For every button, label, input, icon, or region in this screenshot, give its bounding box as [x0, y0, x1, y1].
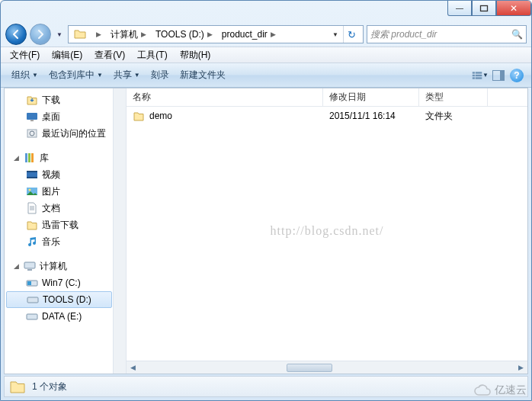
scroll-left-icon[interactable]: ◀ [127, 361, 139, 374]
library-icon [24, 152, 36, 164]
collapse-icon[interactable]: ◢ [12, 262, 20, 270]
svg-rect-1 [473, 72, 475, 73]
menu-view[interactable]: 查看(V) [90, 47, 130, 63]
search-placeholder: 搜索 product_dir [370, 28, 437, 41]
back-button[interactable] [5, 24, 27, 45]
tree-drive-e[interactable]: DATA (E:) [5, 308, 126, 325]
collapse-icon[interactable]: ◢ [12, 154, 20, 162]
address-dropdown[interactable]: ▼ [329, 31, 341, 38]
item-modified: 2015/11/1 16:14 [323, 111, 419, 121]
menu-help[interactable]: 帮助(H) [175, 47, 216, 63]
scroll-right-icon[interactable]: ▶ [514, 361, 527, 374]
watermark-text: http://blog.csdn.net/ [271, 224, 384, 238]
music-icon [26, 236, 38, 248]
tree-drive-d[interactable]: TOOLS (D:) [6, 291, 112, 308]
include-button[interactable]: 包含到库中▼ [44, 66, 107, 84]
help-button[interactable]: ? [508, 67, 525, 84]
tree-documents[interactable]: 文档 [5, 200, 126, 217]
status-bar: 1 个对象 [4, 376, 528, 397]
search-icon: 🔍 [511, 29, 523, 40]
tree-computer[interactable]: ◢计算机 [5, 258, 126, 274]
refresh-button[interactable]: ↻ [343, 26, 360, 43]
address-bar[interactable]: ▶ 计算机▶ TOOLS (D:)▶ product_dir▶ ▼ ↻ [68, 25, 364, 43]
tree-recent[interactable]: 最近访问的位置 [5, 125, 126, 142]
tree-drive-c[interactable]: Win7 (C:) [5, 274, 126, 291]
close-button[interactable]: ✕ [496, 1, 531, 16]
nav-history-dropdown[interactable]: ▼ [54, 27, 65, 42]
svg-point-20 [29, 189, 31, 191]
scroll-thumb[interactable] [287, 364, 332, 372]
svg-rect-6 [476, 77, 482, 79]
brand-badge: 亿速云 [473, 383, 527, 397]
recent-icon [26, 127, 38, 140]
svg-rect-22 [27, 269, 32, 271]
svg-rect-21 [24, 262, 35, 268]
breadcrumb-productdir[interactable]: product_dir▶ [219, 26, 282, 43]
help-icon: ? [510, 69, 524, 82]
folder-icon [133, 110, 145, 122]
tree-music[interactable]: 音乐 [5, 233, 126, 250]
list-item[interactable]: demo 2015/11/1 16:14 文件夹 [127, 107, 527, 125]
preview-pane-button[interactable] [490, 67, 507, 84]
svg-rect-14 [28, 153, 30, 162]
window-controls: — ✕ [447, 1, 531, 16]
tree-videos[interactable]: 视频 [5, 166, 126, 183]
breadcrumb-sep[interactable]: ▶ [90, 26, 107, 43]
burn-button[interactable]: 刻录 [146, 66, 174, 84]
tree-scrollbar[interactable] [113, 88, 126, 374]
maximize-icon [479, 4, 489, 13]
breadcrumb-tools[interactable]: TOOLS (D:)▶ [152, 26, 219, 43]
tree-desktop[interactable]: 桌面 [5, 108, 126, 125]
picture-icon [26, 185, 38, 197]
titlebar: — ✕ [1, 1, 531, 22]
tree-xunlei[interactable]: 迅雷下载 [5, 217, 126, 233]
newfolder-button[interactable]: 新建文件夹 [175, 66, 230, 84]
menu-tools[interactable]: 工具(T) [133, 47, 171, 63]
drive-icon [26, 310, 38, 322]
menu-edit[interactable]: 编辑(E) [47, 47, 87, 63]
view-list-icon [472, 70, 482, 81]
arrow-right-icon [35, 29, 46, 40]
document-icon [26, 202, 38, 214]
folder-icon [9, 378, 26, 395]
file-list: 名称 修改日期 类型 demo 2015/11/1 16:14 文件夹 http… [127, 88, 527, 374]
drive-icon [27, 294, 39, 306]
svg-rect-4 [476, 74, 482, 75]
item-type: 文件夹 [419, 110, 488, 123]
col-modified[interactable]: 修改日期 [323, 88, 419, 106]
cloud-icon [473, 384, 492, 396]
svg-rect-18 [27, 177, 37, 178]
status-count: 1 个对象 [32, 380, 67, 393]
menu-bar: 文件(F) 编辑(E) 查看(V) 工具(T) 帮助(H) [1, 47, 531, 63]
svg-rect-24 [27, 281, 31, 285]
forward-button[interactable] [30, 24, 51, 45]
download-icon [26, 94, 38, 106]
svg-rect-3 [473, 74, 475, 75]
tree-downloads[interactable]: 下载 [5, 91, 126, 108]
svg-rect-17 [27, 171, 37, 172]
breadcrumb-computer[interactable]: 计算机▶ [107, 26, 152, 43]
horizontal-scrollbar[interactable]: ◀ ▶ [127, 361, 527, 374]
svg-rect-0 [481, 5, 488, 11]
search-input[interactable]: 搜索 product_dir 🔍 [367, 25, 527, 43]
maximize-button[interactable] [472, 1, 496, 16]
svg-rect-10 [30, 120, 34, 122]
menu-file[interactable]: 文件(F) [5, 47, 44, 63]
svg-rect-2 [476, 72, 482, 73]
view-mode-button[interactable]: ▼ [472, 67, 489, 84]
svg-rect-25 [27, 297, 38, 303]
col-type[interactable]: 类型 [419, 88, 488, 106]
tree-libraries[interactable]: ◢库 [5, 149, 126, 166]
svg-rect-15 [31, 153, 34, 162]
organize-button[interactable]: 组织▼ [7, 66, 43, 84]
folder-icon [26, 219, 38, 231]
share-button[interactable]: 共享▼ [109, 66, 145, 84]
svg-rect-8 [500, 71, 504, 80]
minimize-button[interactable]: — [447, 1, 472, 16]
desktop-icon [26, 111, 38, 123]
tree-pictures[interactable]: 图片 [5, 183, 126, 200]
column-headers: 名称 修改日期 类型 [127, 88, 527, 107]
folder-icon [73, 27, 87, 41]
col-name[interactable]: 名称 [127, 88, 323, 106]
item-name: demo [149, 111, 172, 121]
